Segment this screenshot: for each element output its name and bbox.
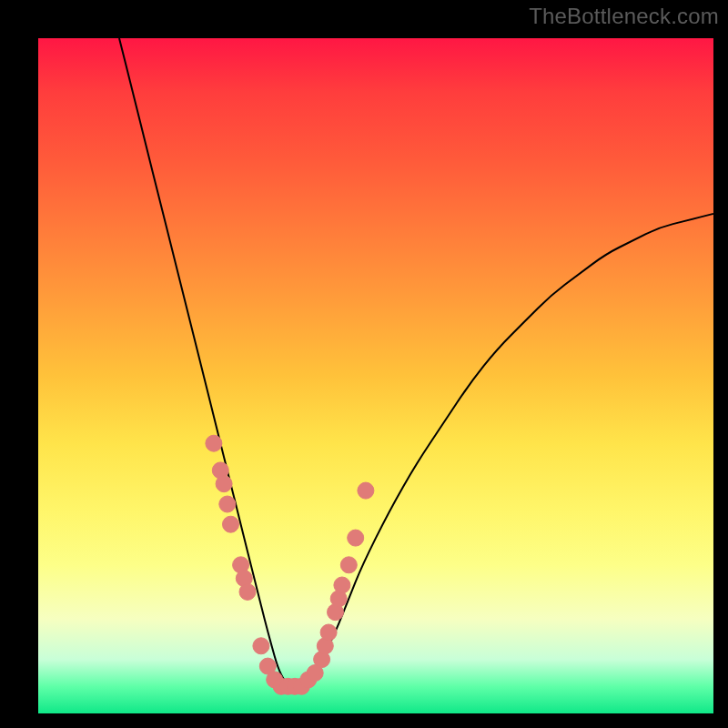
marker-point <box>206 435 222 451</box>
marker-point <box>320 624 337 641</box>
plot-area <box>38 38 713 713</box>
marker-point <box>334 577 350 593</box>
marker-point <box>340 557 357 573</box>
marker-point <box>216 476 232 492</box>
chart-frame: TheBottleneck.com <box>0 0 728 728</box>
marker-point <box>223 516 239 532</box>
marker-point <box>219 496 236 512</box>
marker-point <box>239 583 256 600</box>
chart-svg <box>38 38 713 713</box>
marker-point <box>358 482 374 499</box>
bottleneck-curve <box>119 38 713 684</box>
marker-point <box>348 530 364 546</box>
highlighted-points <box>206 435 374 694</box>
watermark-text: TheBottleneck.com <box>529 4 719 29</box>
marker-point <box>253 638 269 654</box>
